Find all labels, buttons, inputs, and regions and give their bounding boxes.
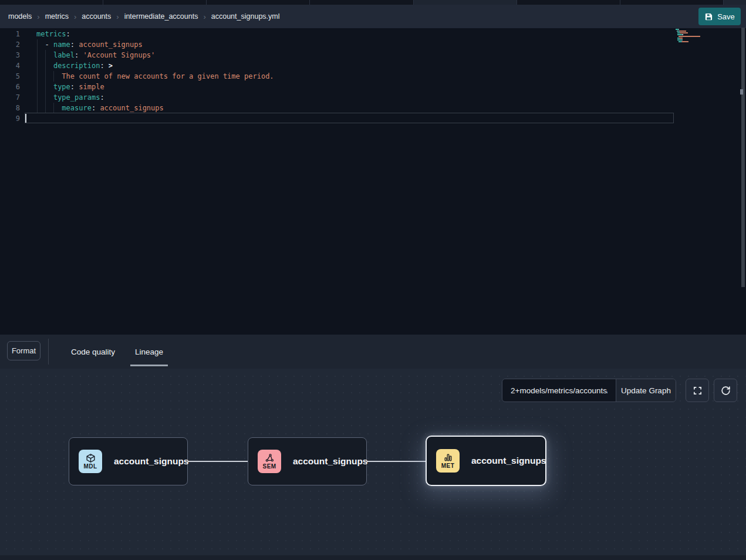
node-label: account_signups [114, 456, 188, 467]
token-val: simple [79, 83, 104, 91]
token-op: > [109, 62, 113, 70]
line-number-9: 9 [0, 113, 20, 124]
minimap-segment [680, 38, 683, 39]
line-number-2: 2 [0, 39, 20, 50]
top-tab-1[interactable] [0, 0, 103, 5]
code-line-4[interactable]: description: > [36, 60, 274, 71]
minimap-segment [677, 34, 682, 35]
tab-code-quality[interactable]: Code quality [61, 335, 125, 369]
save-button-label: Save [717, 12, 735, 21]
token-punct: : [92, 104, 100, 112]
code-line-9[interactable] [36, 113, 274, 124]
top-tab-7[interactable] [620, 0, 724, 5]
top-tab-6[interactable] [517, 0, 620, 5]
minimap-segment [679, 36, 701, 37]
token-key: metrics [36, 30, 66, 38]
refresh-graph-button[interactable] [714, 379, 737, 402]
top-tab-strip-cap [724, 0, 746, 5]
minimap-segment [682, 39, 683, 41]
token-key: measure [62, 104, 92, 112]
line-number-3: 3 [0, 50, 20, 60]
metric-chart-icon [443, 453, 453, 463]
breadcrumb-item-intermediate_accounts[interactable]: intermediate_accounts [124, 12, 198, 21]
top-tab-2[interactable] [103, 0, 207, 5]
breadcrumb-chevron-icon: › [74, 12, 76, 21]
breadcrumb-item-models[interactable]: models [8, 12, 32, 21]
lineage-edge [367, 461, 426, 462]
editor-scrollbar-thumb[interactable] [740, 89, 743, 95]
token-punct: : [66, 30, 70, 38]
breadcrumb-chevron-icon: › [37, 12, 39, 21]
token-key: name [53, 41, 70, 49]
node-label: account_signups [471, 456, 546, 466]
lineage-node-met[interactable]: METaccount_signups [426, 436, 546, 486]
token-punct [36, 93, 53, 102]
tab-lineage[interactable]: Lineage [125, 335, 173, 369]
lineage-node-sem[interactable]: SEMaccount_signups [248, 437, 367, 485]
code-line-7[interactable]: type_params: [36, 92, 274, 103]
refresh-icon [721, 386, 731, 396]
met-badge: MET [436, 449, 460, 473]
breadcrumb-chevron-icon: › [116, 12, 119, 21]
minimap-line-3 [676, 32, 740, 33]
minimap-line-6 [676, 38, 740, 39]
minimap-segment [677, 39, 682, 41]
minimap-segment [680, 31, 686, 32]
top-tab-strip [0, 0, 724, 5]
mdl-badge: MDL [79, 450, 102, 473]
token-val: account_signups [100, 104, 163, 112]
token-punct: : [70, 83, 79, 91]
token-key: description [53, 62, 100, 70]
breadcrumb-item-account_signups-yml[interactable]: account_signups.yml [211, 12, 280, 21]
minimap-line-4 [676, 34, 740, 35]
node-label: account_signups [293, 456, 367, 467]
line-number-1: 1 [0, 29, 20, 39]
breadcrumb-item-metrics[interactable]: metrics [45, 12, 69, 21]
minimap-segment [683, 34, 683, 35]
top-tab-4[interactable] [310, 0, 413, 5]
minimap-line-1 [676, 29, 740, 30]
token-punct: : [75, 51, 83, 59]
code-line-5[interactable]: The count of new accounts for a given ti… [36, 71, 274, 82]
line-number-8: 8 [0, 103, 20, 113]
editor-minimap[interactable] [676, 29, 740, 45]
update-graph-button[interactable]: Update Graph [616, 379, 676, 402]
token-punct [36, 104, 62, 112]
minimap-segment [682, 41, 688, 42]
code-line-1[interactable]: metrics: [36, 29, 274, 39]
badge-label-met: MET [441, 463, 454, 469]
save-button[interactable]: Save [698, 8, 741, 25]
token-punct: - [36, 41, 53, 49]
top-tab-5[interactable] [414, 0, 517, 5]
code-line-3[interactable]: label: 'Account Signups' [36, 50, 274, 60]
editor-code[interactable]: metrics: - name: account_signups label: … [36, 29, 274, 124]
line-number-7: 7 [0, 92, 20, 103]
breadcrumb-item-accounts[interactable]: accounts [82, 12, 111, 21]
breadcrumb: models›metrics›accounts›intermediate_acc… [8, 12, 280, 21]
token-punct: : [100, 93, 104, 102]
editor-scrollbar-track[interactable] [741, 28, 745, 287]
code-line-6[interactable]: type: simple [36, 82, 274, 92]
code-line-2[interactable]: - name: account_signups [36, 39, 274, 50]
badge-label-sem: SEM [263, 464, 276, 470]
bottom-panel-header: Format Code qualityLineage [0, 335, 746, 369]
token-punct [36, 51, 53, 59]
minimap-line-7 [676, 39, 740, 41]
graph-filter-group: Update Graph [502, 379, 676, 402]
fullscreen-button[interactable] [686, 379, 709, 402]
fullscreen-icon [693, 386, 703, 396]
minimap-line-5 [676, 36, 740, 37]
token-punct [36, 83, 53, 91]
token-key: type_params [53, 93, 100, 102]
graph-filter-input[interactable] [502, 379, 616, 402]
code-line-8[interactable]: measure: account_signups [36, 103, 274, 113]
top-tab-3[interactable] [207, 0, 310, 5]
editor-gutter: 123456789 [0, 29, 20, 124]
code-editor[interactable]: 123456789 metrics: - name: account_signu… [0, 28, 746, 335]
token-val: The count of new accounts for a given ti… [62, 72, 274, 80]
token-val: 'Account Signups' [83, 51, 155, 59]
lineage-node-mdl[interactable]: MDLaccount_signups [69, 437, 188, 485]
line-number-5: 5 [0, 71, 20, 82]
panel-tabs: Code qualityLineage [61, 335, 173, 369]
format-button[interactable]: Format [7, 341, 40, 360]
